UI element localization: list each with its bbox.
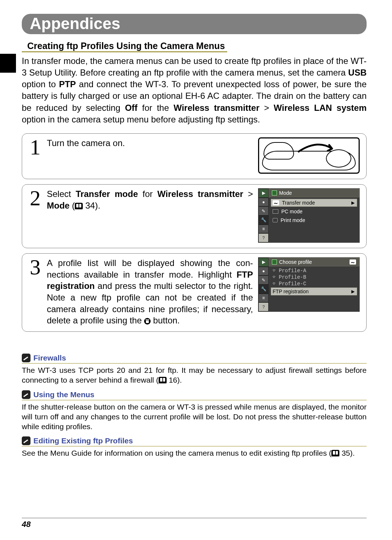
menu-header-choose-profile: Choose profile ∼ (269, 258, 359, 266)
intro-paragraph: In transfer mode, the camera menus can b… (22, 55, 367, 125)
power-on-arrow-icon (297, 142, 337, 154)
menu-tab-pencil-icon: ✎ (258, 275, 269, 285)
step-3-screenshot: ▶ ● ✎ 🔧 ≡ ? Choose profile ∼ ᯤProfile-A … (258, 257, 360, 312)
play-square-icon (272, 259, 277, 265)
step-3-text: A profile list will be displayed showing… (47, 257, 253, 326)
note-body-using-menus: If the shutter-release button on the cam… (22, 402, 367, 432)
submenu-arrow-icon: ▶ (351, 289, 355, 294)
transfer-mode-icon: ∼ (273, 200, 279, 205)
menu-item-print-mode: Print mode (271, 216, 357, 224)
notes-section: Firewalls The WT-3 uses TCP ports 20 and… (22, 354, 367, 458)
menu-tab-list-icon: ≡ (258, 225, 269, 234)
delete-button-icon (144, 318, 151, 325)
menu-tab-help-icon: ? (258, 233, 269, 242)
step-1-number: 1 (29, 137, 42, 157)
play-square-icon (272, 190, 277, 196)
page-side-tab (0, 54, 16, 73)
page-reference-icon (331, 450, 339, 456)
profile-a-item: ᯤProfile-A (271, 268, 357, 274)
page-reference-icon (75, 203, 83, 209)
note-heading-editing-profiles: Editing Existing ftp Profiles (22, 436, 367, 447)
note-heading-using-menus: Using the Menus (22, 390, 367, 400)
menu-tab-wrench-icon: 🔧 (258, 285, 269, 294)
step-2: 2 Select Transfer mode for Wireless tran… (22, 184, 367, 248)
menu-item-pc-mode: PC mode (271, 207, 357, 215)
section-heading: Creating ftp Profiles Using the Camera M… (22, 41, 227, 52)
menu-header-mode: Mode (269, 189, 359, 197)
chapter-title-bar: Appendices (22, 14, 367, 34)
menu-tab-play-icon: ▶ (258, 258, 269, 267)
pc-mode-icon (273, 209, 278, 214)
step-3-number: 3 (29, 257, 42, 277)
note-body-editing-profiles: See the Menu Guide for information on us… (22, 448, 367, 458)
menu-tab-camera-icon: ● (258, 198, 269, 207)
menu-item-ftp-registration: FTP registration ▶ (271, 287, 357, 295)
profile-b-item: ᯤProfile-B (271, 274, 357, 280)
step-3: 3 A profile list will be displayed showi… (22, 253, 367, 332)
note-body-firewalls: The WT-3 uses TCP ports 20 and 21 for ft… (22, 365, 367, 385)
step-1-illustration (258, 137, 360, 174)
submenu-arrow-icon: ▶ (351, 200, 355, 205)
menu-tab-play-icon: ▶ (258, 189, 269, 198)
menu-item-transfer-mode: ∼ Transfer mode ▶ (271, 199, 357, 207)
note-pencil-icon (22, 436, 30, 445)
menu-tab-camera-icon: ● (258, 267, 269, 276)
camera-top-illustration (258, 137, 360, 174)
camera-menu-choose-profile: ▶ ● ✎ 🔧 ≡ ? Choose profile ∼ ᯤProfile-A … (258, 257, 360, 312)
antenna-icon: ᯤ (272, 274, 277, 280)
note-pencil-icon (22, 390, 30, 399)
step-1-text: Turn the camera on. (47, 137, 253, 149)
note-pencil-icon (22, 354, 30, 362)
step-2-number: 2 (29, 188, 42, 208)
camera-menu-mode: ▶ ● ✎ 🔧 ≡ ? Mode ∼ Transfer mode ▶ (258, 188, 360, 243)
menu-tab-list-icon: ≡ (258, 294, 269, 303)
menu-tab-wrench-icon: 🔧 (258, 215, 269, 225)
step-2-text: Select Transfer mode for Wireless transm… (47, 188, 253, 211)
menu-tab-pencil-icon: ✎ (258, 206, 269, 215)
transfer-mode-header-icon: ∼ (350, 259, 356, 265)
chapter-title: Appendices (30, 15, 359, 33)
step-2-screenshot: ▶ ● ✎ 🔧 ≡ ? Mode ∼ Transfer mode ▶ (258, 188, 360, 243)
menu-tab-help-icon: ? (258, 302, 269, 311)
step-1: 1 Turn the camera on. (22, 133, 367, 179)
footer-rule (22, 518, 367, 518)
print-mode-icon (273, 218, 278, 222)
antenna-icon: ᯤ (272, 268, 277, 274)
page-number: 48 (22, 520, 30, 529)
antenna-icon: ᯤ (272, 281, 277, 287)
profile-c-item: ᯤProfile-C (271, 281, 357, 287)
note-heading-firewalls: Firewalls (22, 354, 367, 364)
page-reference-icon (159, 377, 167, 383)
